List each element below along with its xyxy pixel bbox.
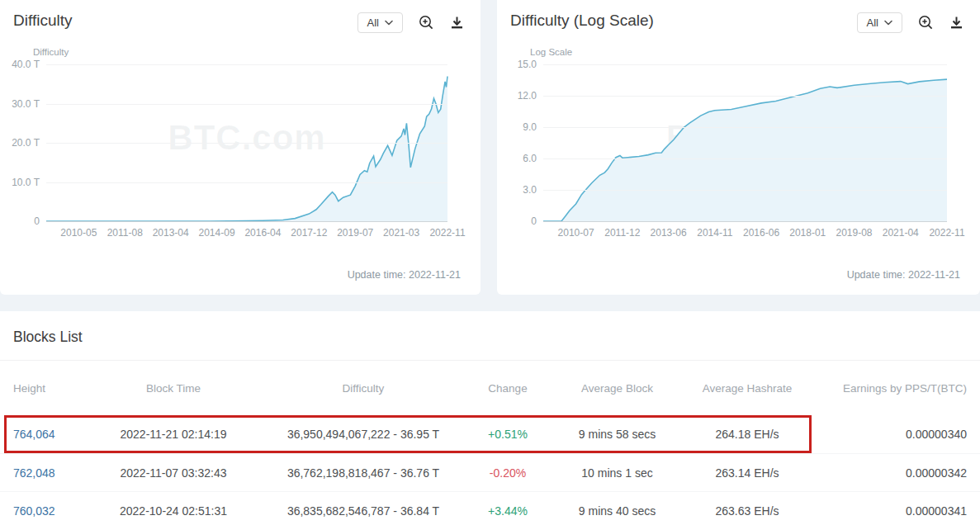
x-axis-tick: 2010-05 (60, 227, 97, 239)
column-header-average-hashrate: Average Hashrate (681, 382, 813, 395)
cell-earnings: 0.00000341 (813, 504, 980, 518)
zoom-in-icon (419, 15, 434, 31)
y-axis-tick: 9.0 (523, 121, 537, 133)
download-button[interactable] (949, 16, 963, 30)
x-axis-tick: 2019-08 (836, 227, 872, 239)
gridline (543, 221, 947, 222)
cell-change: +3.44% (462, 504, 553, 518)
column-header-change: Change (462, 382, 553, 395)
blocks-list-section: Blocks List Height Block Time Difficulty… (0, 311, 980, 525)
chevron-down-icon (385, 20, 393, 26)
cell-earnings: 0.00000340 (813, 428, 980, 441)
cell-height: 764,064 (0, 428, 83, 441)
card-header: Difficulty All (0, 0, 481, 33)
cell-difficulty: 36,762,198,818,467 - 36.76 T (264, 466, 462, 480)
gridline (543, 64, 947, 65)
chart-title: Difficulty (13, 12, 72, 30)
gridline (46, 221, 447, 222)
x-axis-labels: 2010-052011-082013-042014-092016-042017-… (46, 227, 447, 239)
gridline (543, 158, 947, 159)
block-height-link[interactable]: 760,032 (13, 504, 55, 518)
chart-area-fill (46, 77, 447, 222)
cell-block-time: 2022-10-24 02:51:31 (83, 504, 264, 518)
y-axis-tick: 0 (531, 215, 537, 227)
y-axis-unit-label: Difficulty (33, 47, 481, 57)
cell-average-hashrate: 263.14 EH/s (681, 466, 813, 480)
chevron-down-icon (884, 20, 892, 26)
gridline (543, 127, 947, 128)
x-axis-tick: 2021-04 (883, 227, 919, 239)
chart-area-fill (543, 79, 947, 221)
column-header-difficulty: Difficulty (264, 382, 462, 395)
x-axis-tick: 2013-06 (651, 227, 687, 239)
y-axis-tick: 15.0 (518, 59, 537, 70)
chart-controls: All (857, 12, 963, 33)
x-axis-tick: 2013-04 (153, 227, 189, 239)
update-time: Update time: 2022-11-21 (847, 269, 960, 281)
column-header-average-block: Average Block (553, 382, 681, 395)
x-axis-tick: 2010-07 (558, 227, 594, 239)
download-icon (949, 16, 963, 30)
gridline (543, 96, 947, 97)
cell-difficulty: 36,950,494,067,222 - 36.95 T (264, 428, 462, 441)
y-axis-tick: 20.0 T (12, 137, 40, 149)
y-axis-tick: 0 (34, 215, 40, 227)
range-select[interactable]: All (357, 12, 403, 33)
download-button[interactable] (450, 16, 464, 30)
difficulty-log-chart-plot[interactable]: BTC.com 15.012.09.06.03.00 (543, 64, 947, 221)
x-axis-tick: 2011-08 (107, 227, 143, 239)
chart-cards: Difficulty All Difficulty BTC.com (0, 0, 980, 295)
y-axis-tick: 30.0 T (12, 98, 40, 110)
x-axis-tick: 2014-11 (697, 227, 732, 239)
zoom-in-button[interactable] (918, 15, 934, 31)
difficulty-log-chart[interactable] (543, 64, 947, 221)
x-axis-tick: 2021-03 (383, 227, 419, 239)
difficulty-chart-plot[interactable]: BTC.com 40.0 T30.0 T20.0 T10.0 T0 (46, 64, 447, 221)
chart-title: Difficulty (Log Scale) (510, 12, 654, 30)
gridline (46, 64, 447, 65)
x-axis-tick: 2014-09 (199, 227, 235, 239)
y-axis-tick: 40.0 T (12, 59, 40, 70)
x-axis-tick: 2018-01 (789, 227, 826, 239)
table-row: 760,0322022-10-24 02:51:3136,835,682,546… (0, 491, 980, 525)
range-select[interactable]: All (857, 12, 902, 33)
zoom-in-button[interactable] (419, 15, 434, 31)
y-axis-tick: 3.0 (523, 184, 537, 196)
column-header-earnings: Earnings by PPS/T(BTC) (813, 382, 980, 395)
blocks-table-body: 764,0642022-11-21 02:14:1936,950,494,067… (0, 415, 980, 525)
cell-earnings: 0.00000342 (813, 466, 980, 480)
update-time: Update time: 2022-11-21 (348, 269, 461, 281)
difficulty-chart-card: Difficulty All Difficulty BTC.com (0, 0, 481, 295)
block-height-link[interactable]: 764,064 (13, 428, 55, 441)
cell-average-block: 9 mins 40 secs (553, 504, 681, 518)
cell-difficulty: 36,835,682,546,787 - 36.84 T (264, 504, 462, 518)
cell-height: 762,048 (0, 466, 83, 480)
x-axis-tick: 2016-04 (244, 227, 281, 239)
y-axis-tick: 6.0 (523, 153, 537, 164)
y-axis-unit-label: Log Scale (530, 47, 980, 57)
cell-average-hashrate: 263.63 EH/s (681, 504, 813, 518)
block-height-link[interactable]: 762,048 (13, 466, 55, 480)
range-select-value: All (867, 17, 878, 29)
cell-average-block: 9 mins 58 secs (553, 428, 681, 441)
cell-change: +0.51% (462, 428, 553, 441)
cell-average-block: 10 mins 1 sec (553, 466, 681, 480)
blocks-list-title: Blocks List (0, 311, 980, 361)
x-axis-tick: 2017-12 (291, 227, 327, 239)
card-header: Difficulty (Log Scale) All (497, 0, 980, 33)
table-row: 762,0482022-11-07 03:32:4336,762,198,818… (0, 453, 980, 491)
gridline (46, 143, 447, 144)
gridline (46, 182, 447, 183)
x-axis-tick: 2019-07 (337, 227, 373, 239)
x-axis-tick: 2011-12 (604, 227, 640, 239)
cell-average-hashrate: 264.18 EH/s (681, 428, 813, 441)
x-axis-tick: 2022-11 (429, 227, 465, 239)
cell-change: -0.20% (462, 466, 553, 480)
gridline (543, 190, 947, 191)
x-axis-tick: 2022-11 (929, 227, 964, 239)
table-row: 764,0642022-11-21 02:14:1936,950,494,067… (0, 415, 980, 453)
chart-controls: All (357, 12, 464, 33)
y-axis-tick: 12.0 (518, 90, 537, 102)
download-icon (450, 16, 464, 30)
cell-block-time: 2022-11-21 02:14:19 (83, 428, 264, 441)
